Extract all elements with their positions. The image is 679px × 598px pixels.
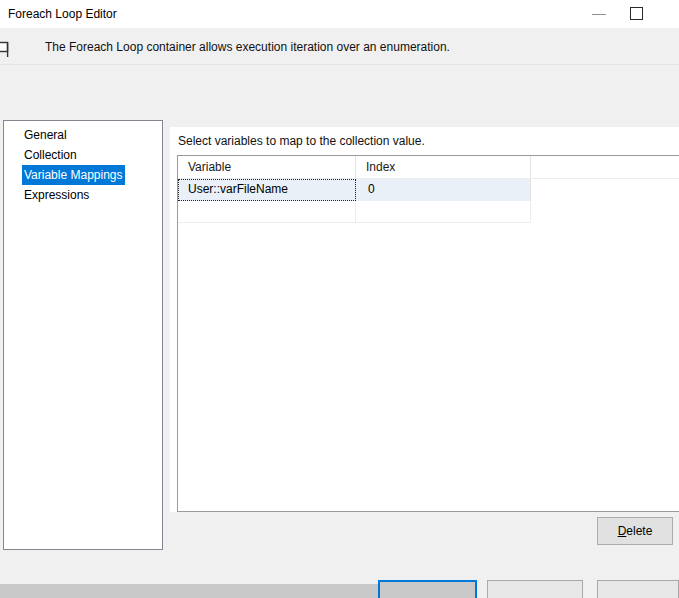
nav-item-expressions[interactable]: Expressions	[4, 185, 162, 205]
nav-item-variable-mappings[interactable]: Variable Mappings	[4, 165, 162, 185]
foreach-loop-flag-icon	[0, 41, 12, 62]
nav-item-label: Expressions	[22, 185, 91, 205]
variable-cell[interactable]: User::varFileName	[178, 179, 356, 201]
bottom-button-3-partial[interactable]	[597, 580, 679, 598]
delete-button[interactable]: Delete	[597, 517, 673, 545]
column-header-variable: Variable	[178, 156, 356, 178]
column-header-index: Index	[356, 156, 531, 178]
title-bar: Foreach Loop Editor	[0, 0, 679, 28]
nav-item-label: Collection	[22, 145, 79, 165]
bottom-button-default-partial[interactable]	[378, 580, 477, 598]
nav-item-label: General	[22, 125, 69, 145]
delete-button-label-rest: elete	[626, 524, 652, 538]
index-cell-empty[interactable]	[356, 201, 531, 222]
index-cell[interactable]: 0	[356, 179, 531, 201]
nav-list: General Collection Variable Mappings Exp…	[3, 120, 163, 550]
variable-mappings-grid: Variable Index User::varFileName 0	[177, 155, 679, 512]
variable-mappings-page: Select variables to map to the collectio…	[170, 127, 679, 512]
maximize-button[interactable]	[630, 7, 643, 20]
window-title: Foreach Loop Editor	[8, 0, 117, 28]
foreach-loop-editor-dialog: Foreach Loop Editor The Foreach Loop con…	[0, 0, 679, 598]
page-instruction: Select variables to map to the collectio…	[178, 134, 425, 148]
delete-button-mnemonic: D	[618, 524, 627, 538]
table-row[interactable]: User::varFileName 0	[178, 179, 531, 201]
nav-item-label: Variable Mappings	[22, 165, 125, 185]
description-banner: The Foreach Loop container allows execut…	[0, 28, 679, 65]
banner-description: The Foreach Loop container allows execut…	[45, 40, 450, 54]
bottom-button-2-partial[interactable]	[487, 580, 583, 598]
variable-cell-empty[interactable]	[178, 201, 356, 222]
minimize-icon	[592, 14, 606, 15]
empty-new-row[interactable]	[178, 201, 531, 223]
nav-item-general[interactable]: General	[4, 125, 162, 145]
grid-header-row: Variable Index	[178, 156, 679, 179]
nav-item-collection[interactable]: Collection	[4, 145, 162, 165]
